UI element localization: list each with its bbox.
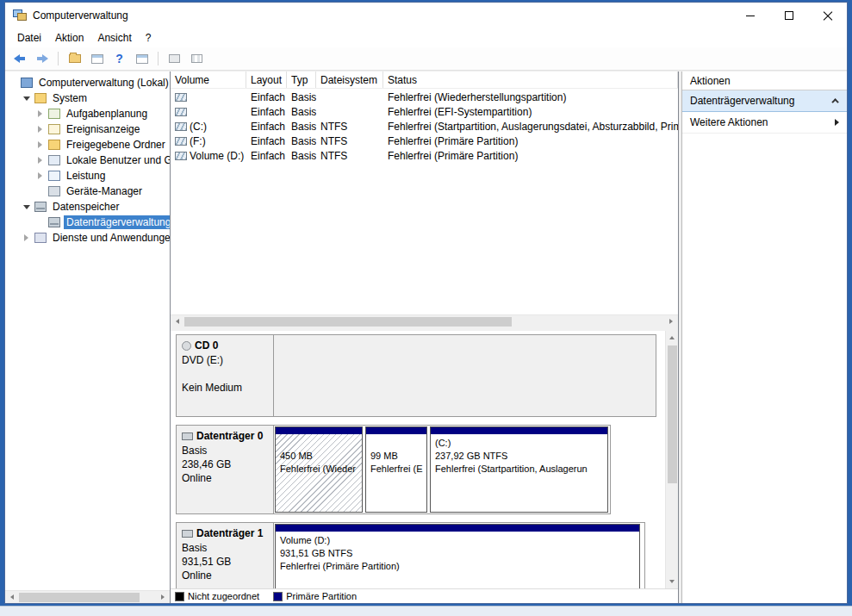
column-header-label: Layout	[251, 74, 282, 86]
partition-type-strip	[431, 427, 607, 434]
partition-type-strip	[366, 427, 426, 434]
toolbar-separator	[158, 52, 159, 65]
shared-folders-icon	[48, 140, 60, 150]
menu-aktion[interactable]: Aktion	[48, 30, 90, 46]
scroll-left-button[interactable]	[5, 591, 19, 604]
expander-placeholder	[34, 186, 46, 197]
cell-layout: Einfach	[246, 135, 287, 147]
volume-row-fehlerfrei-wiederherstellungspartition[interactable]: EinfachBasisFehlerfrei (Wiederherstellun…	[171, 90, 678, 104]
scrollbar-thumb[interactable]	[19, 593, 140, 602]
toolbar-back-button[interactable]	[10, 51, 28, 67]
volume-list-horizontal-scrollbar[interactable]	[171, 314, 678, 327]
tree-item-freigegebene-ordner[interactable]: Freigegebene Ordner	[5, 137, 170, 152]
title-bar[interactable]: Computerverwaltung	[5, 3, 847, 28]
menu-ansicht[interactable]: Ansicht	[90, 30, 138, 46]
cell-volume	[171, 108, 246, 116]
services-icon	[34, 233, 47, 243]
partition-body: 99 MBFehlerfrei (E	[366, 434, 426, 512]
tree-item-label: System	[50, 91, 90, 105]
menu-help[interactable]: ?	[139, 30, 159, 46]
scroll-left-button[interactable]	[171, 315, 184, 328]
tree-item-label: Datenträgerverwaltung	[64, 215, 170, 229]
partition-volume-d[interactable]: Volume (D:)931,51 GB NTFSFehlerfrei (Pri…	[275, 524, 640, 588]
column-header-layout[interactable]: Layout	[246, 72, 287, 88]
tree-item-computerverwaltung-lokal[interactable]: Computerverwaltung (Lokal)	[5, 75, 170, 90]
expander-collapsed-icon[interactable]	[34, 140, 46, 151]
volume-list-header: VolumeLayoutTypDateisystemStatus	[171, 72, 678, 89]
column-header-volume[interactable]: Volume	[171, 72, 246, 88]
scrollbar-thumb[interactable]	[184, 317, 512, 327]
partition-99-mb[interactable]: 99 MBFehlerfrei (E	[365, 426, 427, 513]
volume-row-fehlerfrei-efi-systempartition[interactable]: EinfachBasisFehlerfrei (EFI-Systempartit…	[171, 104, 678, 119]
cell-dateisystem: NTFS	[316, 135, 383, 147]
column-header-status[interactable]: Status	[383, 72, 678, 88]
column-header-dateisystem[interactable]: Dateisystem	[316, 72, 383, 88]
tree-item-lokale-benutzer-und-gru[interactable]: Lokale Benutzer und Gru	[5, 152, 170, 168]
toolbar-properties-window-button[interactable]	[133, 51, 151, 67]
maximize-button[interactable]	[769, 3, 808, 28]
cell-typ: Basis	[287, 135, 316, 147]
minimize-button[interactable]	[731, 3, 769, 28]
list-view-icon	[191, 54, 202, 63]
disk-card-datenträger-1[interactable]: Datenträger 1Basis931,51 GBOnline	[177, 523, 274, 588]
volume-row-volume-d[interactable]: Volume (D:)EinfachBasisNTFSFehlerfrei (P…	[171, 148, 678, 163]
cell-text: Basis	[291, 106, 316, 118]
toolbar-forward-button[interactable]	[33, 51, 51, 67]
taskbar-sliver[interactable]	[0, 606, 852, 616]
disk-row-cd-0: CD 0DVD (E:) Kein Medium	[176, 334, 656, 417]
scrollbar-thumb[interactable]	[668, 345, 677, 483]
volume-row-f[interactable]: (F:)EinfachBasisNTFSFehlerfrei (Primäre …	[171, 134, 678, 148]
toolbar-up-level-button[interactable]	[65, 51, 84, 67]
cell-typ: Basis	[287, 150, 316, 162]
tree-item-datenspeicher[interactable]: Datenspeicher	[5, 199, 170, 215]
scroll-right-button[interactable]	[664, 315, 678, 328]
local-users-icon	[48, 155, 60, 165]
scroll-up-button[interactable]	[665, 331, 679, 345]
tree-item-dienste-und-anwendungen[interactable]: Dienste und Anwendungen	[5, 230, 170, 246]
system-folder-icon	[34, 93, 47, 103]
collapse-chevron-up-icon[interactable]	[831, 98, 838, 105]
scroll-right-button[interactable]	[156, 591, 170, 604]
tree-item-aufgabenplanung[interactable]: Aufgabenplanung	[5, 106, 170, 121]
tree-horizontal-scrollbar[interactable]	[5, 590, 170, 603]
expander-collapsed-icon[interactable]	[34, 109, 46, 120]
action-item-weitere-aktionen[interactable]: Weitere Aktionen	[682, 112, 847, 134]
toolbar-help-button[interactable]: ?	[110, 51, 128, 67]
menu-datei[interactable]: Datei	[10, 30, 48, 46]
tree-item-system[interactable]: System	[5, 90, 170, 106]
tree-item-label: Freigegebene Ordner	[64, 138, 168, 152]
legend-swatch	[175, 592, 184, 601]
tree-item-datenträgerverwaltung[interactable]: Datenträgerverwaltung	[5, 215, 170, 230]
disk-card-line: Online	[182, 472, 268, 484]
expander-expanded-icon[interactable]	[21, 202, 32, 213]
close-button[interactable]	[808, 3, 847, 28]
volume-row-c[interactable]: (C:)EinfachBasisNTFSFehlerfrei (Startpar…	[171, 119, 678, 134]
expander-collapsed-icon[interactable]	[34, 171, 46, 182]
disk-card-cd-0[interactable]: CD 0DVD (E:) Kein Medium	[177, 335, 274, 416]
toolbar-list-view-button[interactable]	[188, 51, 206, 67]
tree-item-leistung[interactable]: Leistung	[5, 168, 170, 184]
column-header-typ[interactable]: Typ	[287, 72, 316, 88]
action-item-datentraegerverwaltung[interactable]: Datenträgerverwaltung	[682, 90, 847, 112]
partition-450-mb[interactable]: 450 MBFehlerfrei (Wieder	[275, 426, 363, 513]
cell-volume: (F:)	[171, 135, 246, 147]
expander-collapsed-icon[interactable]	[21, 233, 32, 244]
tree-item-geräte-manager[interactable]: Geräte-Manager	[5, 184, 170, 199]
disk-card-datenträger-0[interactable]: Datenträger 0Basis238,46 GBOnline	[177, 426, 274, 513]
help-icon: ?	[115, 52, 123, 65]
scroll-down-button[interactable]	[665, 575, 679, 588]
partition-c[interactable]: (C:)237,92 GB NTFSFehlerfrei (Startparti…	[430, 426, 608, 513]
graphical-view-vertical-scrollbar[interactable]	[665, 331, 678, 588]
cell-text: Fehlerfrei (EFI-Systempartition)	[388, 106, 532, 118]
desktop: Computerverwaltung DateiAktionAnsicht? ?…	[0, 0, 852, 616]
toolbar-action-pane-button[interactable]	[165, 51, 183, 67]
expander-collapsed-icon[interactable]	[34, 124, 46, 135]
scroll-up-icon	[669, 336, 675, 339]
expander-collapsed-icon[interactable]	[34, 155, 46, 166]
cell-text: Fehlerfrei (Primäre Partition)	[388, 150, 518, 162]
tree-item-ereignisanzeige[interactable]: Ereignisanzeige	[5, 121, 170, 137]
toolbar-console-window-button[interactable]	[88, 51, 106, 67]
disk-card-title: Datenträger 1	[182, 527, 268, 539]
volume-icon	[175, 108, 187, 116]
expander-expanded-icon[interactable]	[21, 93, 32, 104]
